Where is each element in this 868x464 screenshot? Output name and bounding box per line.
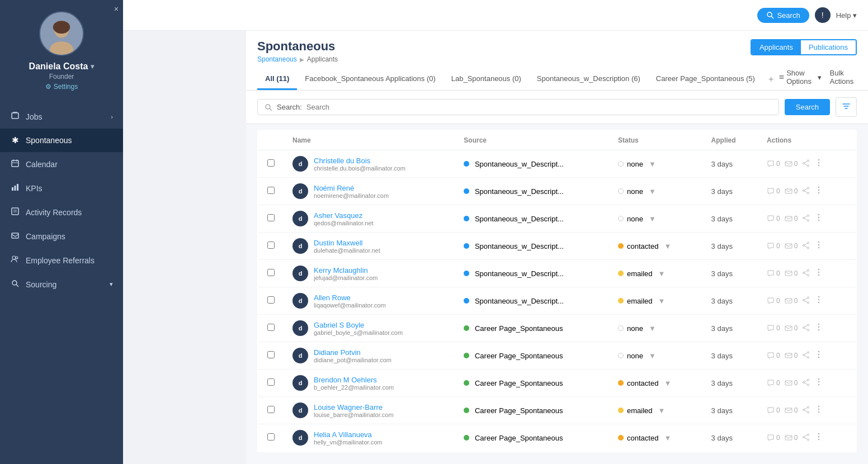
more-actions-button[interactable] [814,405,823,416]
bulk-actions-button[interactable]: Bulk Actions [830,69,857,86]
share-action[interactable] [802,406,810,415]
help-link[interactable]: Help ▾ [836,11,857,20]
status-dropdown-arrow[interactable]: ▼ [664,242,671,250]
email-action[interactable]: 0 [785,242,798,250]
filter-tab-facebook[interactable]: Facebook_Spontaneous Applications (0) [297,69,443,90]
sidebar-item-sourcing[interactable]: Sourcing ▾ [0,272,123,296]
sidebar-item-jobs[interactable]: Jobs › [0,105,123,129]
breadcrumb-root[interactable]: Spontaneous [257,55,297,63]
applicant-name[interactable]: Helia A Villanueva [314,430,382,439]
row-checkbox[interactable] [258,205,284,233]
sidebar-item-spontaneous[interactable]: ✱ Spontaneous [0,129,123,152]
email-action[interactable]: 0 [785,269,798,277]
applicant-name[interactable]: Gabriel S Boyle [314,321,403,329]
applicant-name[interactable]: Kerry Mclaughlin [314,266,378,274]
comment-action[interactable]: 0 [767,406,780,414]
applicants-view-button[interactable]: Applicants [752,40,801,54]
comment-action[interactable]: 0 [767,160,780,168]
sidebar-item-employee-referrals[interactable]: Employee Referrals [0,248,123,272]
filter-button[interactable] [836,97,857,117]
status-dropdown-arrow[interactable]: ▼ [658,269,666,278]
status-dropdown-arrow[interactable]: ▼ [649,324,656,333]
status-dropdown-arrow[interactable]: ▼ [649,187,656,196]
more-actions-button[interactable] [814,213,823,224]
sidebar-item-activity-records[interactable]: Activity Records [0,200,123,224]
comment-action[interactable]: 0 [767,187,780,195]
email-action[interactable]: 0 [785,352,798,359]
sidebar-item-calendar[interactable]: Calendar [0,152,123,176]
comment-action[interactable]: 0 [767,269,780,277]
comment-action[interactable]: 0 [767,352,780,359]
applicant-name[interactable]: Dustin Maxwell [314,239,380,247]
more-actions-button[interactable] [814,268,823,279]
applicant-name[interactable]: Didiane Potvin [314,348,391,357]
comment-action[interactable]: 0 [767,242,780,250]
filter-tab-career[interactable]: Career Page_Spontaneous (5) [648,69,763,90]
email-action[interactable]: 0 [785,324,798,332]
search-button[interactable]: Search [785,99,830,115]
row-checkbox[interactable] [258,424,284,452]
row-checkbox[interactable] [258,315,284,342]
more-actions-button[interactable] [814,432,823,443]
status-dropdown-arrow[interactable]: ▼ [664,379,671,387]
status-dropdown-arrow[interactable]: ▼ [658,297,666,305]
sidebar-item-kpis[interactable]: KPIs [0,176,123,200]
applicant-name[interactable]: Asher Vasquez [314,211,374,220]
email-action[interactable]: 0 [785,379,798,387]
row-checkbox[interactable] [258,342,284,370]
status-dropdown-arrow[interactable]: ▼ [649,352,656,360]
more-actions-button[interactable] [814,323,823,334]
share-action[interactable] [802,214,810,224]
share-action[interactable] [802,296,810,306]
applicant-name[interactable]: Louise Wagner-Barre [314,403,394,411]
filter-tab-lab[interactable]: Lab_Spontaneous (0) [444,69,529,90]
more-actions-button[interactable] [814,350,823,361]
email-action[interactable]: 0 [785,160,798,168]
email-action[interactable]: 0 [785,187,798,195]
comment-action[interactable]: 0 [767,324,780,332]
row-checkbox[interactable] [258,397,284,424]
share-action[interactable] [802,378,810,388]
email-action[interactable]: 0 [785,406,798,414]
row-checkbox[interactable] [258,287,284,315]
email-action[interactable]: 0 [785,434,798,442]
applicant-name[interactable]: Brendon M Oehlers [314,376,394,384]
share-action[interactable] [802,187,810,196]
share-action[interactable] [802,433,810,443]
status-dropdown-arrow[interactable]: ▼ [658,406,666,415]
row-checkbox[interactable] [258,233,284,260]
settings-link[interactable]: ⚙ Settings [45,83,78,91]
row-checkbox[interactable] [258,260,284,287]
more-actions-button[interactable] [814,295,823,306]
global-search-button[interactable]: Search [757,8,809,23]
status-dropdown-arrow[interactable]: ▼ [649,215,656,223]
sidebar-item-campaigns[interactable]: Campaigns [0,224,123,248]
comment-action[interactable]: 0 [767,297,780,305]
add-tab-button[interactable]: + [763,70,779,89]
comment-action[interactable]: 0 [767,434,780,442]
show-options-button[interactable]: Show Options ▾ [779,69,821,86]
comment-action[interactable]: 0 [767,215,780,222]
share-action[interactable] [802,351,810,361]
applicant-name[interactable]: Christelle du Bois [314,157,405,165]
row-checkbox[interactable] [258,370,284,397]
row-checkbox[interactable] [258,150,284,178]
filter-tab-spontaneous-desc[interactable]: Spontaneous_w_Description (6) [529,69,648,90]
email-action[interactable]: 0 [785,215,798,222]
filter-tab-all[interactable]: All (11) [257,69,297,90]
status-dropdown-arrow[interactable]: ▼ [664,434,671,442]
search-input[interactable] [306,103,772,111]
alert-icon[interactable]: ! [815,7,831,23]
share-action[interactable] [802,159,810,169]
publications-view-button[interactable]: Publications [801,40,856,54]
applicant-name[interactable]: Noémi René [314,184,389,192]
comment-action[interactable]: 0 [767,379,780,387]
more-actions-button[interactable] [814,240,823,252]
share-action[interactable] [802,269,810,278]
share-action[interactable] [802,324,810,333]
applicant-name[interactable]: Allen Rowe [314,293,386,302]
share-action[interactable] [802,242,810,251]
more-actions-button[interactable] [814,158,823,169]
email-action[interactable]: 0 [785,297,798,305]
more-actions-button[interactable] [814,377,823,389]
